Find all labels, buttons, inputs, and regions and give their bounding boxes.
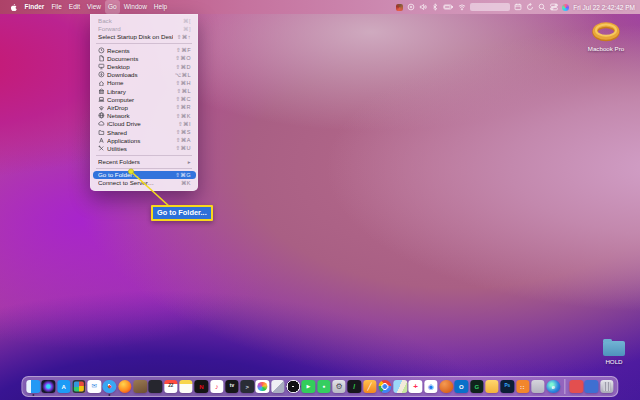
volume-icon[interactable] [419,3,427,11]
apple-menu[interactable] [6,3,21,12]
menu-item-shared[interactable]: Shared⇧⌘S [90,128,198,136]
dock-terminal[interactable]: > [241,380,255,394]
dock-stocks[interactable]: / [348,380,362,394]
menu-edit[interactable]: Edit [65,0,83,14]
location-icon[interactable] [407,3,415,11]
dock-stack-red[interactable] [570,380,584,394]
menu-go[interactable]: Go [105,0,121,14]
battery-icon[interactable] [443,3,454,11]
dock-green-g-app[interactable]: G [470,380,484,394]
download-icon [98,71,107,78]
sync-icon[interactable] [526,3,534,11]
utilities-icon [98,145,107,152]
menu-separator [96,168,192,169]
dock-photos[interactable] [256,380,270,394]
dock-pages[interactable]: ╱ [363,380,377,394]
document-icon [98,55,107,62]
dock-preview[interactable] [271,380,285,394]
menu-item-recents[interactable]: Recents⇧⌘F [90,46,198,54]
hidden-status-item[interactable] [470,3,510,11]
menu-item-select-startup-disk[interactable]: Select Startup Disk on Desktop⇧⌘↑ [90,33,198,41]
dock-edge[interactable]: e [546,380,560,394]
dock-finder[interactable] [26,380,40,394]
dock: A ✉ ◆ 22 N ♪ tv > ▶ ● ⚙ / ╱ + ◉ O G Ps :… [21,376,618,397]
dock-trash[interactable] [600,380,614,394]
go-menu-dropdown: Back⌘[ Forward⌘] Select Startup Disk on … [90,14,198,191]
dock-music[interactable]: ♪ [210,380,224,394]
menu-item-connect-to-server[interactable]: Connect to Server…⌘K [90,179,198,187]
menu-window[interactable]: Window [120,0,150,14]
dock-dark-app[interactable] [149,380,163,394]
dock-printer-app[interactable] [531,380,545,394]
menu-item-recent-folders[interactable]: Recent Folders▸ [90,158,198,166]
dock-clock-app[interactable] [286,380,300,394]
dock-system-preferences[interactable]: ⚙ [332,380,346,394]
dock-files[interactable] [485,380,499,394]
dock-netflix[interactable]: N [195,380,209,394]
menu-item-applications[interactable]: Applications⇧⌘A [90,136,198,144]
computer-icon [98,96,107,103]
submenu-chevron-icon: ▸ [188,159,191,165]
dock-maps[interactable] [393,380,407,394]
dock-siri[interactable] [42,380,56,394]
wifi-icon[interactable] [458,3,466,11]
home-icon [98,80,107,87]
dock-safari[interactable]: ◆ [103,380,117,394]
menu-item-desktop[interactable]: Desktop⇧⌘D [90,62,198,70]
folder-icon [603,341,625,356]
menu-finder[interactable]: Finder [21,0,48,14]
menu-item-forward[interactable]: Forward⌘] [90,25,198,33]
menu-file[interactable]: File [48,0,65,14]
menu-item-computer[interactable]: Computer⇧⌘C [90,95,198,103]
gold-ring-icon [591,22,621,43]
menubar-clock[interactable]: Fri Jul 22 2:42:42 PM [573,4,635,11]
dock-outlook[interactable]: O [455,380,469,394]
desktop-icon-macbook-pro[interactable]: Macbook Pro [578,22,634,52]
menu-item-network[interactable]: Network⇧⌘K [90,112,198,120]
menu-item-home[interactable]: Home⇧⌘H [90,79,198,87]
dock-health[interactable]: + [409,380,423,394]
desktop-icon-hold-folder[interactable]: HOLD [592,338,636,365]
control-center-icon[interactable] [550,3,558,11]
menu-item-back[interactable]: Back⌘[ [90,17,198,25]
dock-apple-tv[interactable]: tv [225,380,239,394]
dock-firefox[interactable] [118,380,132,394]
dock-mail[interactable]: ✉ [88,380,102,394]
menu-item-documents[interactable]: Documents⇧⌘O [90,54,198,62]
dock-messages[interactable]: ● [317,380,331,394]
menu-item-downloads[interactable]: Downloads⌥⌘L [90,71,198,79]
dock-stack-blue[interactable] [585,380,599,394]
menu-view[interactable]: View [84,0,105,14]
menu-item-icloud-drive[interactable]: iCloud Drive⇧⌘I [90,120,198,128]
dock-calendar[interactable]: 22 [164,380,178,394]
menu-help[interactable]: Help [150,0,170,14]
menu-item-library[interactable]: Library⇧⌘L [90,87,198,95]
network-icon [98,112,107,119]
menu-item-airdrop[interactable]: AirDrop⇧⌘R [90,103,198,111]
dock-photoshop[interactable]: Ps [501,380,515,394]
desktop-screen: Finder File Edit View Go Window Help Fri… [0,0,640,400]
go-to-folder-callout: Go to Folder... [151,205,213,221]
dock-separator [564,379,565,394]
app-icon[interactable] [396,4,403,11]
dock-notes[interactable] [179,380,193,394]
desktop-icon [98,63,107,70]
dock-launchpad[interactable] [72,380,86,394]
dock-app-store[interactable]: A [57,380,71,394]
applications-icon [98,137,107,144]
menu-item-go-to-folder[interactable]: Go to Folder…⇧⌘G [93,171,196,179]
dock-facetime[interactable]: ▶ [302,380,316,394]
dock-basketball-app[interactable] [439,380,453,394]
menubar-status: Fri Jul 22 2:42:42 PM [396,0,640,14]
airdrop-icon [98,104,107,111]
calendar-icon[interactable] [514,3,522,11]
dock-chrome[interactable] [378,380,392,394]
dock-orange-app[interactable]: :: [516,380,530,394]
siri-icon[interactable] [562,4,569,11]
dock-news[interactable]: ◉ [424,380,438,394]
dock-brown-app[interactable] [133,380,147,394]
bluetooth-icon[interactable] [431,3,439,11]
clock-icon [98,47,107,54]
menu-item-utilities[interactable]: Utilities⇧⌘U [90,144,198,152]
spotlight-icon[interactable] [538,3,546,11]
